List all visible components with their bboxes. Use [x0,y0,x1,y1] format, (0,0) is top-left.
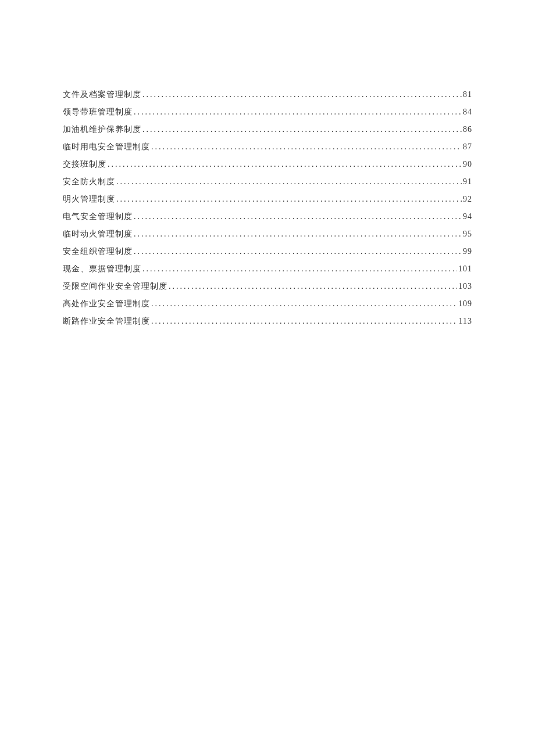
toc-leader-dots [134,208,462,225]
toc-entry: 现金、票据管理制度 101 [63,260,472,278]
toc-leader-dots [142,121,462,138]
toc-leader-dots [116,191,462,208]
toc-title: 交接班制度 [63,156,106,173]
toc-page-number: 95 [463,225,472,243]
toc-page-number: 109 [458,295,472,313]
toc-page-number: 92 [463,191,472,208]
toc-title: 现金、票据管理制度 [63,260,141,278]
toc-page-number: 101 [458,260,472,278]
toc-page-number: 91 [463,173,472,191]
toc-entry: 安全组织管理制度 99 [63,243,472,260]
toc-entry: 安全防火制度 91 [63,173,472,191]
toc-title: 断路作业安全管理制度 [63,313,150,330]
toc-page-number: 103 [458,278,472,295]
toc-leader-dots [169,278,457,295]
toc-entry: 明火管理制度 92 [63,191,472,208]
toc-title: 明火管理制度 [63,191,115,208]
toc-entry: 交接班制度 90 [63,156,472,173]
toc-entry: 断路作业安全管理制度 113 [63,313,472,330]
toc-leader-dots [116,173,462,191]
toc-leader-dots [142,260,457,278]
toc-page-number: 90 [463,156,472,173]
toc-leader-dots [134,225,462,243]
table-of-contents: 文件及档案管理制度 81 领导带班管理制度 84 加油机维护保养制度 86 临时… [63,86,472,330]
toc-entry: 临时用电安全管理制度 87 [63,138,472,156]
toc-page-number: 113 [459,313,472,330]
toc-title: 临时动火管理制度 [63,225,133,243]
toc-page-number: 99 [463,243,472,260]
toc-entry: 临时动火管理制度 95 [63,225,472,243]
toc-leader-dots [108,156,462,173]
toc-leader-dots [134,243,462,260]
toc-entry: 电气安全管理制度 94 [63,208,472,225]
toc-page-number: 86 [463,121,472,138]
toc-title: 高处作业安全管理制度 [63,295,150,313]
toc-leader-dots [151,138,462,156]
toc-page-number: 87 [463,138,472,156]
toc-leader-dots [134,103,462,121]
toc-leader-dots [151,295,457,313]
toc-title: 安全防火制度 [63,173,115,191]
toc-leader-dots [142,86,462,103]
toc-title: 临时用电安全管理制度 [63,138,150,156]
toc-entry: 文件及档案管理制度 81 [63,86,472,103]
toc-entry: 高处作业安全管理制度 109 [63,295,472,313]
toc-title: 文件及档案管理制度 [63,86,141,103]
toc-entry: 受限空间作业安全管理制度 103 [63,278,472,295]
toc-title: 安全组织管理制度 [63,243,133,260]
toc-entry: 领导带班管理制度 84 [63,103,472,121]
toc-page-number: 81 [463,86,472,103]
toc-page-number: 94 [463,208,472,225]
toc-title: 受限空间作业安全管理制度 [63,278,167,295]
toc-title: 加油机维护保养制度 [63,121,141,138]
toc-entry: 加油机维护保养制度 86 [63,121,472,138]
toc-page-number: 84 [463,103,472,121]
toc-title: 电气安全管理制度 [63,208,133,225]
toc-title: 领导带班管理制度 [63,103,133,121]
toc-leader-dots [151,313,458,330]
